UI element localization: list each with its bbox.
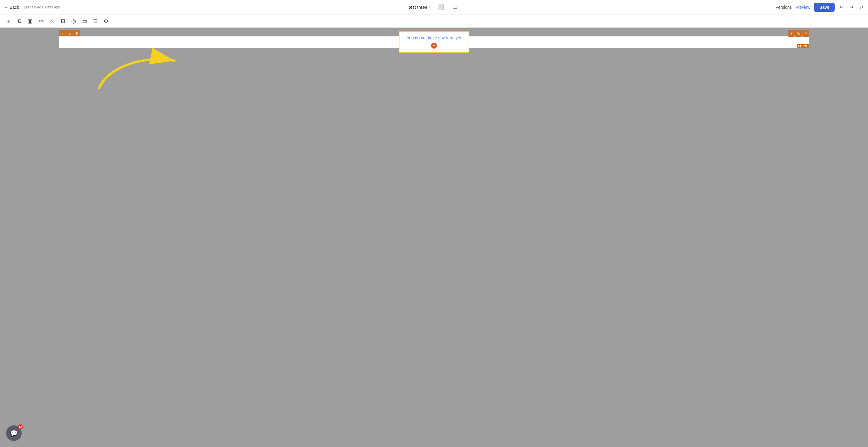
grid-button[interactable]: ⊟ bbox=[91, 16, 100, 26]
media-icon: ▣ bbox=[27, 18, 32, 24]
topbar: ← Back Last saved 6 days ago test three … bbox=[0, 0, 868, 14]
section-expand-button[interactable]: ⤢ bbox=[788, 30, 795, 37]
border-button[interactable]: ▭ bbox=[80, 16, 90, 26]
layers-button[interactable]: ⧉ bbox=[15, 16, 24, 26]
layout-icon: ⊞ bbox=[61, 18, 65, 24]
page-name-button[interactable]: test three ▾ bbox=[409, 4, 431, 10]
preview-button[interactable]: Preview bbox=[796, 5, 811, 10]
topbar-left: ← Back Last saved 6 days ago bbox=[4, 4, 776, 10]
form-add-button[interactable]: + bbox=[431, 43, 437, 49]
settings-topright-button[interactable]: ⇄ bbox=[858, 3, 864, 11]
down-arrow-icon: ↓ bbox=[69, 32, 70, 35]
layers-icon: ⧉ bbox=[18, 18, 21, 24]
border-icon: ▭ bbox=[82, 18, 87, 24]
section-delete-button[interactable]: ✕ bbox=[802, 30, 809, 37]
widget-button[interactable]: ◎ bbox=[69, 16, 79, 26]
section-duplicate-button[interactable]: ⧉ bbox=[795, 30, 802, 37]
section-settings-button[interactable]: ⚙ bbox=[73, 30, 80, 37]
copy-icon: ⧉ bbox=[797, 32, 800, 35]
code-icon: </> bbox=[38, 19, 44, 23]
up-arrow-icon: ↑ bbox=[61, 32, 63, 35]
back-arrow-icon: ← bbox=[4, 4, 8, 10]
canvas: ↑ ↓ ⚙ You do not have any form yet + FOR… bbox=[0, 28, 868, 447]
chat-badge: 12 bbox=[18, 424, 23, 429]
chevron-down-icon: ▾ bbox=[429, 5, 431, 9]
section-right-controls: ⤢ ⧉ ✕ bbox=[788, 30, 809, 37]
layout-button[interactable]: ⊞ bbox=[58, 16, 68, 26]
form-placeholder[interactable]: You do not have any form yet + bbox=[399, 31, 469, 53]
desktop-view-button[interactable]: ⬜ bbox=[435, 3, 446, 12]
topbar-center: test three ▾ ⬜ ▭ bbox=[409, 3, 460, 12]
tablet-icon: ▭ bbox=[452, 4, 458, 10]
code-button[interactable]: </> bbox=[36, 17, 46, 25]
expand-icon: ⤢ bbox=[790, 32, 793, 35]
back-button[interactable]: ← Back bbox=[4, 4, 19, 10]
section-move-down-button[interactable]: ↓ bbox=[66, 30, 73, 37]
delete-icon: ✕ bbox=[805, 32, 807, 35]
cursor-button[interactable]: ↖ bbox=[48, 16, 57, 26]
saved-text: Last saved 6 days ago bbox=[24, 5, 60, 9]
undo-button[interactable]: ↩ bbox=[838, 3, 844, 11]
section-row: You do not have any form yet + FORM bbox=[59, 36, 809, 48]
chat-icon: 💬 bbox=[10, 429, 18, 437]
grid-icon: ⊟ bbox=[93, 18, 98, 24]
form-placeholder-text: You do not have any form yet bbox=[407, 35, 461, 40]
embed-button[interactable]: ⊕ bbox=[101, 16, 111, 26]
versions-button[interactable]: Versions bbox=[776, 5, 792, 10]
gear-icon: ⚙ bbox=[75, 32, 78, 35]
toolbar: ＋ ⧉ ▣ </> ↖ ⊞ ◎ ▭ ⊟ ⊕ bbox=[0, 14, 868, 28]
media-button[interactable]: ▣ bbox=[25, 16, 35, 26]
page-name-label: test three bbox=[409, 4, 428, 10]
widget-icon: ◎ bbox=[71, 18, 76, 24]
section-controls: ↑ ↓ ⚙ bbox=[59, 30, 80, 37]
cursor-icon: ↖ bbox=[50, 18, 55, 24]
section-move-up-button[interactable]: ↑ bbox=[59, 30, 66, 37]
back-label: Back bbox=[10, 5, 19, 10]
add-element-button[interactable]: ＋ bbox=[4, 16, 14, 27]
add-icon: ＋ bbox=[6, 18, 11, 25]
save-button[interactable]: Save bbox=[814, 3, 835, 12]
desktop-icon: ⬜ bbox=[437, 4, 444, 10]
embed-icon: ⊕ bbox=[104, 18, 108, 24]
form-label: FORM bbox=[797, 44, 809, 48]
tablet-view-button[interactable]: ▭ bbox=[451, 3, 459, 12]
redo-button[interactable]: ↪ bbox=[848, 3, 855, 11]
chat-widget[interactable]: 12 💬 bbox=[6, 425, 22, 441]
topbar-right: Versions Preview Save ↩ ↪ ⇄ bbox=[776, 3, 864, 12]
